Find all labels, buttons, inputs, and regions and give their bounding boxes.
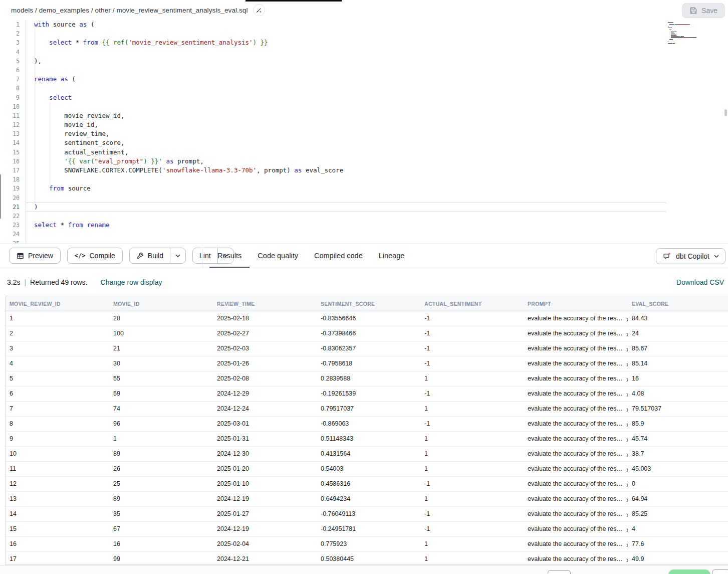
expand-prompt-icon[interactable]: › [626,465,628,473]
table-cell: evaluate the accuracy of the res…› [524,417,628,431]
expand-prompt-icon[interactable]: › [626,435,628,443]
breadcrumb[interactable]: models / demo_examples / other / movie_r… [11,7,248,14]
table-row: 7742024-12-240.795170371evaluate the acc… [6,402,728,417]
table-cell: 45.74 [628,432,728,446]
table-cell: 5 [6,371,109,386]
expand-prompt-icon[interactable]: › [626,374,628,383]
table-cell: 1 [420,552,524,565]
code-line: '{{ var("eval_prompt") }}' as prompt, [34,157,728,166]
prompt-text: evaluate the accuracy of the res… [528,371,623,386]
wrench-icon [136,252,144,260]
expand-prompt-icon[interactable]: › [626,359,628,368]
save-button[interactable]: Save [682,3,725,18]
column-header: MOVIE_ID [109,296,213,311]
table-cell: 24 [628,326,728,341]
change-row-display-link[interactable]: Change row display [101,278,162,286]
tab-code-quality[interactable]: Code quality [250,244,306,268]
code-line: sentiment_score, [34,138,728,147]
line-number: 7 [0,75,26,84]
expand-prompt-icon[interactable]: › [626,495,628,503]
download-csv-link[interactable]: Download CSV [676,278,724,286]
table-cell: 15 [6,522,109,536]
table-cell: 55 [109,371,213,386]
line-number: 2 [0,29,26,38]
table-cell: 89 [109,492,213,506]
line-number: 15 [0,148,26,157]
prompt-text: evaluate the accuracy of the res… [528,477,623,491]
chevron-down-icon [714,255,719,258]
table-cell: -1 [420,507,524,521]
code-line [34,102,728,111]
prompt-text: evaluate the accuracy of the res… [528,311,623,326]
table-cell: -0.76049113 [317,507,420,521]
copilot-chat-icon [662,252,671,261]
table-cell: 2025-01-10 [213,477,317,491]
code-line [34,230,728,239]
table-cell: -0.83556646 [317,311,420,326]
expand-prompt-icon[interactable]: › [626,525,628,533]
code-line: ) [34,203,728,212]
column-header: PROMPT [524,296,628,311]
table-cell: 2025-02-03 [213,341,317,356]
editor-scrollbar[interactable] [724,109,727,116]
preview-button[interactable]: Preview [9,248,61,264]
table-cell: -0.869063 [317,417,420,431]
table-row: 16162025-02-040.7759231evaluate the accu… [6,537,728,552]
dbt-copilot-button[interactable]: dbt Copilot [656,248,725,264]
prompt-text: evaluate the accuracy of the res… [528,522,623,536]
bottom-partial-button[interactable] [548,570,571,574]
line-number: 24 [0,230,26,239]
code-line: movie_id, [34,120,728,129]
expand-prompt-icon[interactable]: › [626,510,628,518]
table-cell: 2024-12-19 [213,522,317,536]
table-cell: 30 [109,356,213,371]
expand-prompt-icon[interactable]: › [626,555,628,563]
expand-prompt-icon[interactable]: › [626,329,628,338]
code-line: review_time, [34,129,728,138]
prompt-text: evaluate the accuracy of the res… [528,492,623,506]
expand-prompt-icon[interactable]: › [626,344,628,353]
table-cell: 85.9 [628,417,728,431]
table-row: 14352025-01-27-0.76049113-1evaluate the … [6,507,728,522]
table-cell: 0.775923 [317,537,420,551]
table-cell: 9 [6,432,109,446]
expand-prompt-icon[interactable]: › [626,314,628,323]
code-line [34,212,728,221]
line-number: 6 [0,66,26,75]
prompt-text: evaluate the accuracy of the res… [528,507,623,521]
tab-compiled-code[interactable]: Compiled code [306,244,371,268]
prompt-text: evaluate the accuracy of the res… [528,462,623,476]
table-row: 21002025-02-27-0.37398466-1evaluate the … [6,326,728,341]
bottom-partial-green-button[interactable] [668,569,710,574]
results-toolbar: Preview </> Compile Build Lint [0,243,728,268]
tab-results[interactable]: Results [209,244,250,268]
table-cell: 6 [6,387,109,401]
table-cell: evaluate the accuracy of the res…› [524,387,628,401]
code-line [34,84,728,93]
copilot-badge-icon[interactable] [253,4,265,16]
expand-prompt-icon[interactable]: › [626,450,628,458]
code-editor[interactable]: 1234567891011121314151617181920212223242… [0,20,728,243]
table-cell: 25 [109,477,213,491]
table-cell: 96 [109,417,213,431]
line-number: 22 [0,212,26,221]
expand-prompt-icon[interactable]: › [626,420,628,428]
expand-prompt-icon[interactable]: › [626,480,628,488]
code-line [34,66,728,75]
code-line: movie_review_id, [34,111,728,120]
table-cell: 77.6 [628,537,728,551]
compile-button[interactable]: </> Compile [67,248,123,264]
editor-code[interactable]: with source as ( select * from {{ ref('m… [26,20,728,243]
prompt-text: evaluate the accuracy of the res… [528,537,623,551]
editor-minimap[interactable] [668,22,718,46]
tab-lineage[interactable]: Lineage [371,244,413,268]
expand-prompt-icon[interactable]: › [626,390,628,398]
build-dropdown-button[interactable] [170,248,185,263]
table-cell: 2024-12-29 [213,387,317,401]
expand-prompt-icon[interactable]: › [626,405,628,413]
expand-prompt-icon[interactable]: › [626,540,628,548]
build-button[interactable]: Build [130,248,170,263]
line-number: 11 [0,111,26,120]
bottom-partial-button[interactable] [712,569,728,574]
table-cell: -1 [420,356,524,371]
